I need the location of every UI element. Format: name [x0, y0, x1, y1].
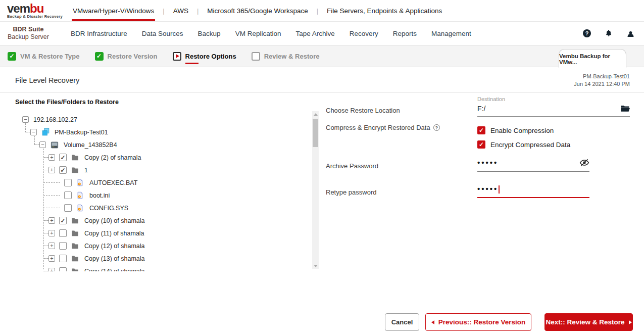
tree-checkbox[interactable]	[59, 166, 67, 174]
tree-label[interactable]: Copy (2) of shamala	[84, 154, 141, 161]
tree-checkbox[interactable]	[64, 204, 72, 212]
tree-label[interactable]: Copy (10) of shamala	[84, 217, 145, 224]
tree-checkbox[interactable]	[64, 191, 72, 199]
tree-label[interactable]: Copy (13) of shamala	[84, 255, 145, 262]
product-tab-vmware-hyper-v-windows[interactable]: VMware/Hyper-V/Windows	[72, 0, 155, 21]
tree-label[interactable]: Copy (14) of shamala	[84, 268, 145, 272]
scrollbar-down-arrow-icon[interactable]	[312, 263, 319, 269]
expand-toggle-icon[interactable]: +	[48, 217, 55, 224]
tree-checkbox[interactable]	[59, 217, 67, 224]
menu-item-bdr-infrastructure[interactable]: BDR Infrastructure	[71, 30, 127, 37]
expand-toggle-icon[interactable]: +	[48, 167, 55, 173]
browse-folder-icon[interactable]	[620, 104, 630, 113]
step-label: VM & Restore Type	[20, 53, 80, 60]
collapse-toggle-icon[interactable]: −	[30, 129, 37, 135]
tree-label[interactable]: PM-Backup-Test01	[55, 129, 108, 136]
cancel-button[interactable]: Cancel	[385, 313, 419, 331]
product-tab-microsoft-365-google-workspace[interactable]: Microsoft 365/Google Workspace	[206, 0, 309, 21]
collapse-toggle-icon[interactable]: −	[39, 141, 46, 148]
tree-checkbox[interactable]	[59, 242, 67, 250]
menu-item-reports[interactable]: Reports	[393, 30, 417, 37]
option-row-encrypt-compressed-data: Encrypt Compressed Data	[477, 140, 570, 149]
backup-meta: PM-Backup-Test01 Jun 14 2021 12:40 PM	[574, 73, 630, 88]
step-check-icon	[95, 52, 104, 61]
step-empty-icon	[252, 52, 260, 61]
tree-label[interactable]: Copy (12) of shamala	[84, 243, 145, 250]
tree-checkbox[interactable]	[59, 229, 67, 237]
archive-password-input[interactable]: •••••	[477, 158, 498, 167]
tree-label[interactable]: CONFIG.SYS	[89, 205, 128, 212]
restore-location-label: Choose Restore Location	[326, 107, 400, 114]
tree-row: +Copy (14) of shamala	[15, 265, 311, 271]
checked-checkbox-icon[interactable]	[477, 140, 485, 149]
next-button[interactable]: Next:: Review & Restore	[544, 313, 633, 331]
menu-item-data-sources[interactable]: Data Sources	[142, 30, 183, 37]
wizard-step-review-restore[interactable]: Review & Restore	[252, 52, 320, 61]
menu-item-recovery[interactable]: Recovery	[350, 30, 378, 37]
menu-item-management[interactable]: Management	[431, 30, 471, 37]
expand-toggle-icon[interactable]: +	[48, 255, 55, 262]
previous-button[interactable]: Previous:: Restore Version	[425, 313, 531, 331]
tree-label[interactable]: boot.ini	[89, 192, 110, 199]
wizard-step-restore-options[interactable]: Restore Options	[173, 52, 236, 61]
notifications-icon[interactable]	[604, 29, 613, 38]
tree-label[interactable]: 192.168.102.27	[33, 116, 77, 123]
product-tab-aws[interactable]: AWS	[172, 0, 189, 21]
app-nav-bar: BDR Suite Backup Server BDR Infrastructu…	[0, 22, 644, 45]
expand-toggle-icon[interactable]: +	[48, 243, 55, 249]
compress-options: Enable CompressionEncrypt Compressed Dat…	[477, 126, 570, 149]
archive-password-field-group: •••••	[477, 157, 589, 172]
nav-separator: |	[163, 7, 164, 15]
checkbox-label: Enable Compression	[490, 127, 554, 134]
help-tooltip-icon[interactable]	[433, 124, 440, 131]
scrollbar-up-arrow-icon[interactable]	[312, 111, 319, 117]
step-label: Review & Restore	[264, 53, 320, 60]
tree-checkbox[interactable]	[59, 255, 67, 262]
menu-item-backup[interactable]: Backup	[198, 30, 221, 37]
tree-section-title: Select the Files/Folders to Restore	[15, 99, 119, 106]
file-icon	[76, 204, 85, 212]
checked-checkbox-icon[interactable]	[477, 126, 485, 134]
expand-toggle-icon[interactable]: +	[48, 154, 55, 161]
context-tab-label: Vembu Backup for VMw...	[559, 53, 626, 65]
wizard-step-vm-restore-type[interactable]: VM & Restore Type	[8, 52, 80, 61]
destination-input[interactable]: F:/	[477, 105, 485, 113]
page-title: File Level Recovery	[15, 76, 79, 84]
folder-icon	[71, 242, 80, 250]
tree-connector-line	[43, 149, 44, 269]
product-tab-file-servers-endpoints-applications[interactable]: File Servers, Endpoints & Applications	[326, 0, 443, 21]
expand-toggle-icon[interactable]: +	[48, 268, 55, 271]
tree-row: +Copy (10) of shamala	[15, 214, 311, 227]
vembu-bdr-app: vembu Backup & Disaster Recovery VMware/…	[0, 0, 644, 336]
product-title[interactable]: BDR Suite Backup Server	[0, 26, 57, 41]
folder-icon	[71, 229, 80, 237]
tree-connector	[43, 258, 48, 259]
menu-item-tape-archive[interactable]: Tape Archive	[295, 30, 334, 37]
file-tree: −192.168.102.27−PM-Backup-Test01−Volume_…	[15, 113, 311, 271]
account-icon[interactable]	[626, 29, 635, 38]
text-cursor	[499, 185, 500, 194]
eye-off-icon[interactable]	[579, 158, 589, 168]
tree-checkbox[interactable]	[59, 154, 67, 161]
context-tab[interactable]: Vembu Backup for VMw...	[559, 49, 626, 68]
tree-label[interactable]: Volume_143852B4	[64, 141, 117, 149]
scrollbar-thumb[interactable]	[313, 119, 318, 147]
file-icon	[76, 191, 85, 199]
vembu-logo[interactable]: vembu Backup & Disaster Recovery	[0, 3, 66, 19]
help-icon[interactable]	[582, 29, 591, 38]
folder-icon	[71, 267, 80, 271]
tree-label[interactable]: AUTOEXEC.BAT	[89, 179, 137, 186]
tree-label[interactable]: Copy (11) of shamala	[84, 230, 144, 237]
tree-row: −Volume_143852B4	[15, 138, 311, 151]
menu-item-vm-replication[interactable]: VM Replication	[235, 30, 281, 37]
disk-icon	[51, 141, 59, 149]
destination-field-group: Destination F:/	[477, 96, 630, 117]
tree-checkbox[interactable]	[64, 179, 72, 186]
expand-toggle-icon[interactable]: +	[48, 230, 55, 236]
wizard-steps: VM & Restore TypeRestore VersionRestore …	[8, 52, 334, 61]
wizard-step-restore-version[interactable]: Restore Version	[95, 52, 158, 61]
collapse-toggle-icon[interactable]: −	[22, 116, 29, 123]
tree-checkbox[interactable]	[59, 267, 67, 271]
retype-password-input[interactable]: •••••	[477, 184, 500, 194]
tree-label[interactable]: 1	[84, 167, 88, 174]
